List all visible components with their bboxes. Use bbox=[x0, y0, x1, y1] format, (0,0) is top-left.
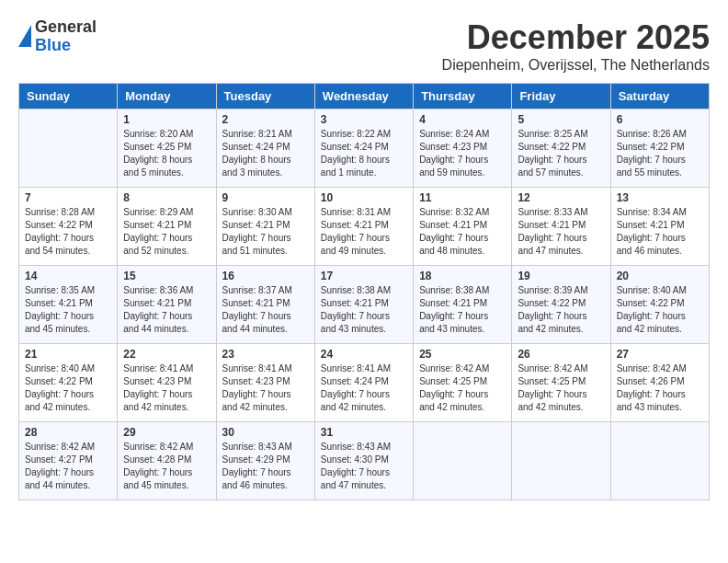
day-number: 14 bbox=[25, 270, 111, 282]
logo-blue: Blue bbox=[35, 37, 97, 55]
day-info: Sunrise: 8:39 AMSunset: 4:22 PMDaylight:… bbox=[518, 284, 604, 336]
logo-text: General Blue bbox=[35, 18, 97, 55]
day-info: Sunrise: 8:22 AMSunset: 4:24 PMDaylight:… bbox=[321, 128, 407, 179]
day-info: Sunrise: 8:38 AMSunset: 4:21 PMDaylight:… bbox=[419, 284, 506, 336]
day-info: Sunrise: 8:28 AMSunset: 4:22 PMDaylight:… bbox=[25, 206, 111, 258]
day-number: 12 bbox=[518, 191, 604, 204]
day-info: Sunrise: 8:32 AMSunset: 4:21 PMDaylight:… bbox=[419, 206, 506, 258]
logo-general: General bbox=[35, 18, 97, 37]
day-info: Sunrise: 8:24 AMSunset: 4:23 PMDaylight:… bbox=[419, 128, 506, 179]
col-header-sunday: Sunday bbox=[19, 84, 118, 109]
calendar-cell: 16Sunrise: 8:37 AMSunset: 4:21 PMDayligh… bbox=[216, 266, 314, 344]
calendar-cell: 5Sunrise: 8:25 AMSunset: 4:22 PMDaylight… bbox=[512, 109, 610, 188]
day-number: 13 bbox=[617, 191, 703, 204]
calendar-cell: 24Sunrise: 8:41 AMSunset: 4:24 PMDayligh… bbox=[314, 344, 413, 422]
day-info: Sunrise: 8:20 AMSunset: 4:25 PMDaylight:… bbox=[123, 128, 210, 179]
day-number: 22 bbox=[123, 348, 210, 361]
calendar-cell: 2Sunrise: 8:21 AMSunset: 4:24 PMDaylight… bbox=[216, 109, 314, 188]
calendar-cell: 4Sunrise: 8:24 AMSunset: 4:23 PMDaylight… bbox=[414, 109, 512, 188]
day-info: Sunrise: 8:40 AMSunset: 4:22 PMDaylight:… bbox=[617, 284, 703, 336]
calendar-cell: 25Sunrise: 8:42 AMSunset: 4:25 PMDayligh… bbox=[414, 344, 512, 422]
calendar-cell: 13Sunrise: 8:34 AMSunset: 4:21 PMDayligh… bbox=[610, 188, 709, 266]
calendar-cell bbox=[610, 422, 709, 500]
logo: General Blue bbox=[18, 18, 97, 55]
day-info: Sunrise: 8:42 AMSunset: 4:28 PMDaylight:… bbox=[123, 441, 210, 492]
day-info: Sunrise: 8:41 AMSunset: 4:23 PMDaylight:… bbox=[222, 362, 309, 414]
day-info: Sunrise: 8:42 AMSunset: 4:25 PMDaylight:… bbox=[419, 362, 506, 414]
calendar-table: SundayMondayTuesdayWednesdayThursdayFrid… bbox=[18, 83, 710, 500]
page-header: General Blue December 2025 Diepenheim, O… bbox=[18, 18, 710, 74]
day-info: Sunrise: 8:42 AMSunset: 4:25 PMDaylight:… bbox=[518, 362, 604, 414]
col-header-wednesday: Wednesday bbox=[314, 84, 413, 109]
day-info: Sunrise: 8:30 AMSunset: 4:21 PMDaylight:… bbox=[222, 206, 309, 258]
calendar-cell: 10Sunrise: 8:31 AMSunset: 4:21 PMDayligh… bbox=[314, 188, 413, 266]
calendar-cell bbox=[512, 422, 610, 500]
col-header-friday: Friday bbox=[512, 84, 610, 109]
day-number: 23 bbox=[222, 348, 309, 361]
day-info: Sunrise: 8:42 AMSunset: 4:27 PMDaylight:… bbox=[25, 441, 111, 492]
day-number: 7 bbox=[25, 191, 111, 204]
calendar-cell: 8Sunrise: 8:29 AMSunset: 4:21 PMDaylight… bbox=[118, 188, 216, 266]
calendar-cell: 15Sunrise: 8:36 AMSunset: 4:21 PMDayligh… bbox=[118, 266, 216, 344]
calendar-cell: 17Sunrise: 8:38 AMSunset: 4:21 PMDayligh… bbox=[314, 266, 413, 344]
day-info: Sunrise: 8:41 AMSunset: 4:24 PMDaylight:… bbox=[321, 362, 407, 414]
calendar-cell: 23Sunrise: 8:41 AMSunset: 4:23 PMDayligh… bbox=[216, 344, 314, 422]
day-number: 25 bbox=[419, 348, 506, 361]
logo-triangle-icon bbox=[18, 25, 31, 47]
day-number: 2 bbox=[222, 113, 309, 126]
col-header-monday: Monday bbox=[118, 84, 216, 109]
day-number: 26 bbox=[518, 348, 604, 361]
day-number: 15 bbox=[123, 270, 210, 282]
day-info: Sunrise: 8:26 AMSunset: 4:22 PMDaylight:… bbox=[617, 128, 703, 179]
day-info: Sunrise: 8:31 AMSunset: 4:21 PMDaylight:… bbox=[321, 206, 407, 258]
calendar-header-row: SundayMondayTuesdayWednesdayThursdayFrid… bbox=[19, 84, 710, 109]
day-number: 24 bbox=[321, 348, 407, 361]
week-row-3: 21Sunrise: 8:40 AMSunset: 4:22 PMDayligh… bbox=[19, 344, 710, 422]
day-number: 1 bbox=[123, 113, 210, 126]
day-number: 31 bbox=[321, 426, 407, 439]
day-number: 21 bbox=[25, 348, 111, 361]
calendar-cell: 20Sunrise: 8:40 AMSunset: 4:22 PMDayligh… bbox=[610, 266, 709, 344]
col-header-tuesday: Tuesday bbox=[216, 84, 314, 109]
day-number: 9 bbox=[222, 191, 309, 204]
day-number: 6 bbox=[617, 113, 703, 126]
day-number: 16 bbox=[222, 270, 309, 282]
day-info: Sunrise: 8:33 AMSunset: 4:21 PMDaylight:… bbox=[518, 206, 604, 258]
day-number: 8 bbox=[123, 191, 210, 204]
calendar-cell bbox=[414, 422, 512, 500]
calendar-cell: 12Sunrise: 8:33 AMSunset: 4:21 PMDayligh… bbox=[512, 188, 610, 266]
day-number: 30 bbox=[222, 426, 309, 439]
calendar-cell: 6Sunrise: 8:26 AMSunset: 4:22 PMDaylight… bbox=[610, 109, 709, 188]
day-info: Sunrise: 8:34 AMSunset: 4:21 PMDaylight:… bbox=[617, 206, 703, 258]
week-row-4: 28Sunrise: 8:42 AMSunset: 4:27 PMDayligh… bbox=[19, 422, 710, 500]
day-info: Sunrise: 8:38 AMSunset: 4:21 PMDaylight:… bbox=[321, 284, 407, 336]
day-info: Sunrise: 8:36 AMSunset: 4:21 PMDaylight:… bbox=[123, 284, 210, 336]
col-header-saturday: Saturday bbox=[610, 84, 709, 109]
day-info: Sunrise: 8:40 AMSunset: 4:22 PMDaylight:… bbox=[25, 362, 111, 414]
calendar-cell: 7Sunrise: 8:28 AMSunset: 4:22 PMDaylight… bbox=[19, 188, 118, 266]
week-row-1: 7Sunrise: 8:28 AMSunset: 4:22 PMDaylight… bbox=[19, 188, 710, 266]
calendar-cell: 11Sunrise: 8:32 AMSunset: 4:21 PMDayligh… bbox=[414, 188, 512, 266]
day-number: 27 bbox=[617, 348, 703, 361]
col-header-thursday: Thursday bbox=[414, 84, 512, 109]
week-row-0: 1Sunrise: 8:20 AMSunset: 4:25 PMDaylight… bbox=[19, 109, 710, 188]
day-info: Sunrise: 8:43 AMSunset: 4:30 PMDaylight:… bbox=[321, 441, 407, 492]
day-number: 10 bbox=[321, 191, 407, 204]
day-number: 17 bbox=[321, 270, 407, 282]
day-info: Sunrise: 8:41 AMSunset: 4:23 PMDaylight:… bbox=[123, 362, 210, 414]
day-number: 29 bbox=[123, 426, 210, 439]
calendar-cell: 27Sunrise: 8:42 AMSunset: 4:26 PMDayligh… bbox=[610, 344, 709, 422]
calendar-cell: 31Sunrise: 8:43 AMSunset: 4:30 PMDayligh… bbox=[314, 422, 413, 500]
calendar-cell: 9Sunrise: 8:30 AMSunset: 4:21 PMDaylight… bbox=[216, 188, 314, 266]
calendar-cell bbox=[19, 109, 118, 188]
title-area: December 2025 Diepenheim, Overijssel, Th… bbox=[442, 18, 710, 74]
calendar-cell: 30Sunrise: 8:43 AMSunset: 4:29 PMDayligh… bbox=[216, 422, 314, 500]
calendar-cell: 14Sunrise: 8:35 AMSunset: 4:21 PMDayligh… bbox=[19, 266, 118, 344]
day-info: Sunrise: 8:29 AMSunset: 4:21 PMDaylight:… bbox=[123, 206, 210, 258]
day-info: Sunrise: 8:35 AMSunset: 4:21 PMDaylight:… bbox=[25, 284, 111, 336]
day-number: 19 bbox=[518, 270, 604, 282]
calendar-cell: 1Sunrise: 8:20 AMSunset: 4:25 PMDaylight… bbox=[118, 109, 216, 188]
day-info: Sunrise: 8:43 AMSunset: 4:29 PMDaylight:… bbox=[222, 441, 309, 492]
week-row-2: 14Sunrise: 8:35 AMSunset: 4:21 PMDayligh… bbox=[19, 266, 710, 344]
day-info: Sunrise: 8:25 AMSunset: 4:22 PMDaylight:… bbox=[518, 128, 604, 179]
